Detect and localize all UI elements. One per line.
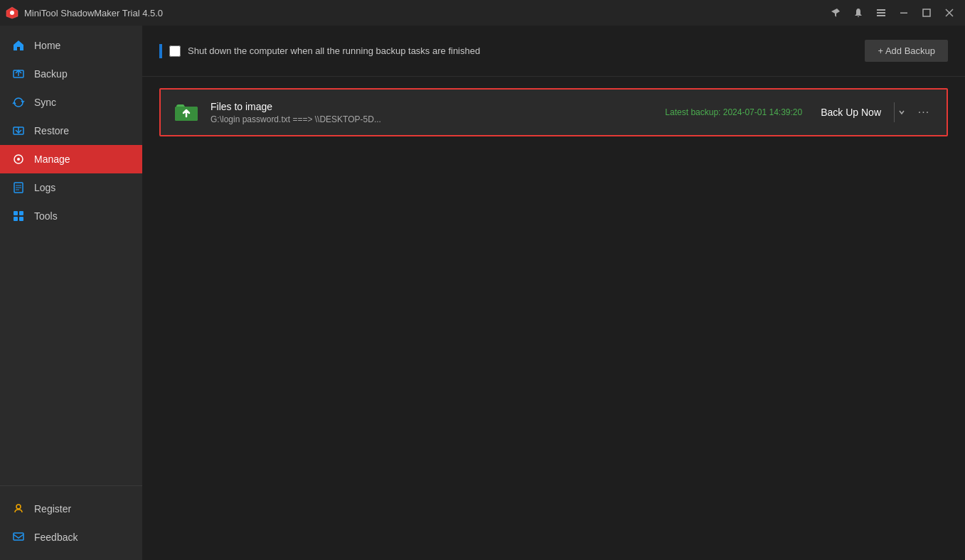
svg-rect-21 [14, 217, 18, 221]
header-left: Shut down the computer when all the runn… [159, 44, 480, 58]
sidebar-item-logs-label: Logs [34, 182, 55, 193]
sync-icon [11, 95, 26, 109]
dropdown-arrow-icon[interactable] [894, 102, 908, 122]
svg-point-14 [17, 158, 20, 161]
sidebar-item-tools[interactable]: Tools [0, 202, 142, 230]
svg-rect-3 [877, 12, 885, 14]
restore-button[interactable] [917, 3, 937, 23]
register-icon [11, 502, 26, 516]
title-bar-controls [826, 3, 959, 23]
sidebar-item-home-label: Home [34, 40, 60, 51]
restore-icon [11, 124, 26, 138]
sidebar-item-feedback-label: Feedback [34, 532, 78, 543]
sidebar-item-restore-label: Restore [34, 125, 69, 136]
sidebar-item-manage-label: Manage [34, 154, 70, 165]
sidebar-item-register[interactable]: Register [0, 495, 142, 523]
sidebar-item-restore[interactable]: Restore [0, 117, 142, 145]
tools-icon [11, 209, 26, 223]
sidebar-bottom: Register Feedback [0, 485, 142, 560]
sidebar-item-sync[interactable]: Sync [0, 88, 142, 117]
sidebar-item-logs[interactable]: Logs [0, 173, 142, 202]
minimize-button[interactable] [894, 3, 914, 23]
sidebar-nav: Home Backup Sync Restore [0, 26, 142, 485]
sidebar: Home Backup Sync Restore [0, 26, 142, 560]
backup-item: Files to image G:\login password.txt ===… [159, 88, 948, 136]
svg-rect-6 [923, 9, 930, 16]
svg-rect-24 [14, 533, 23, 540]
bell-icon[interactable] [848, 3, 868, 23]
title-bar: MiniTool ShadowMaker Trial 4.5.0 [0, 0, 965, 26]
backup-actions: Back Up Now ··· [812, 102, 935, 122]
content-area: Shut down the computer when all the runn… [142, 26, 965, 560]
backup-list: Files to image G:\login password.txt ===… [142, 77, 965, 148]
add-backup-button[interactable]: + Add Backup [865, 40, 948, 62]
close-button[interactable] [939, 3, 959, 23]
svg-rect-2 [877, 9, 885, 11]
back-up-now-button[interactable]: Back Up Now [812, 102, 890, 122]
pin-icon[interactable] [826, 3, 846, 23]
backup-info: Files to image G:\login password.txt ===… [210, 101, 641, 124]
sidebar-item-tools-label: Tools [34, 210, 58, 222]
logs-icon [11, 181, 26, 195]
svg-rect-22 [19, 217, 23, 221]
svg-rect-4 [877, 15, 885, 16]
title-bar-left: MiniTool ShadowMaker Trial 4.5.0 [6, 6, 163, 19]
app-title: MiniTool ShadowMaker Trial 4.5.0 [24, 8, 163, 18]
svg-point-1 [10, 11, 14, 15]
svg-point-23 [16, 505, 21, 509]
hamburger-menu-icon[interactable] [871, 3, 891, 23]
svg-rect-19 [14, 211, 18, 215]
backup-icon [11, 67, 26, 81]
sidebar-item-register-label: Register [34, 503, 71, 515]
accent-bar [159, 44, 162, 58]
sidebar-item-manage[interactable]: Manage [0, 145, 142, 173]
sidebar-item-home[interactable]: Home [0, 31, 142, 60]
backup-name: Files to image [210, 101, 641, 112]
sidebar-item-backup[interactable]: Backup [0, 60, 142, 88]
shutdown-checkbox[interactable] [169, 45, 181, 57]
shutdown-label: Shut down the computer when all the runn… [188, 45, 480, 56]
app-logo [6, 6, 18, 19]
sidebar-item-feedback[interactable]: Feedback [0, 523, 142, 551]
feedback-icon [11, 530, 26, 544]
more-options-button[interactable]: ··· [912, 102, 935, 122]
sidebar-item-sync-label: Sync [34, 97, 56, 108]
content-header: Shut down the computer when all the runn… [142, 26, 965, 77]
manage-icon [11, 152, 26, 166]
backup-path: G:\login password.txt ===> \\DESKTOP-5D.… [210, 114, 641, 124]
svg-rect-5 [900, 13, 907, 14]
backup-latest: Latest backup: 2024-07-01 14:39:20 [665, 107, 802, 117]
main-layout: Home Backup Sync Restore [0, 26, 965, 560]
sidebar-item-backup-label: Backup [34, 68, 68, 80]
svg-rect-20 [19, 211, 23, 215]
home-icon [11, 38, 26, 53]
backup-item-icon [172, 98, 201, 126]
